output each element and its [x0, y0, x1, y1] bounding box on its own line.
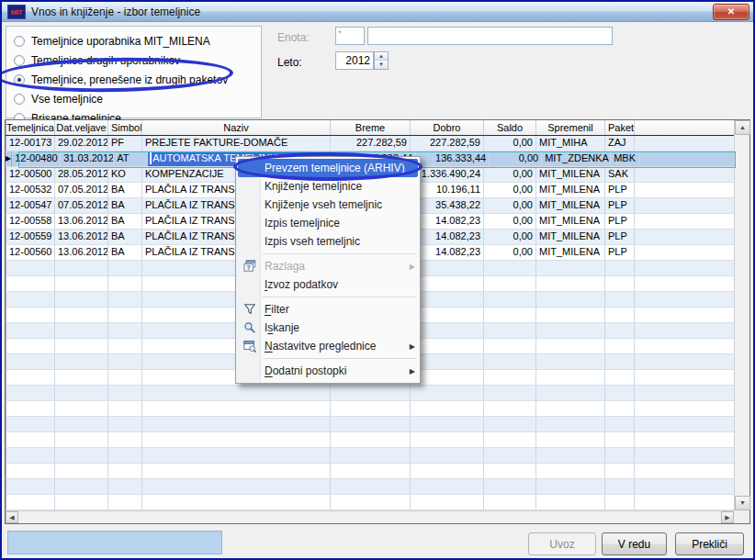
cell-simbol[interactable]: BA [108, 230, 142, 245]
cell-temeljnica[interactable]: 12-00560 [6, 245, 55, 261]
column-header-dobro[interactable]: Dobro [411, 120, 484, 135]
filter-radio-2[interactable]: Temeljnice, prenešene iz drugih paketov [6, 70, 261, 89]
menu-item-filter[interactable]: Filter [236, 300, 420, 319]
cell-naziv[interactable]: PREJETE FAKTURE-DOMAČE [142, 136, 331, 151]
cell-dobro[interactable]: 10.196,11 [411, 183, 484, 198]
cell-simbol [108, 479, 142, 495]
cell-datum[interactable]: 29.02.2012 [55, 136, 108, 151]
filter-radio-3[interactable]: Vse temeljnice [6, 89, 261, 108]
scroll-up-icon[interactable]: ▲ [735, 120, 750, 135]
column-header-breme[interactable]: Breme [331, 120, 411, 135]
cell-datum[interactable]: 13.06.2012 [55, 230, 108, 245]
cell-dobro[interactable]: 1.336.490,24 [411, 167, 484, 183]
leto-input[interactable]: 2012 [335, 51, 374, 70]
menu-item-knji-enje-vseh-temeljnic[interactable]: Knjiženje vseh temeljnic [236, 196, 420, 214]
cell-spremenil[interactable]: MIT_MILENA [536, 167, 605, 183]
cell-dobro [411, 495, 484, 510]
cell-paket[interactable]: PLP [605, 198, 635, 214]
menu-item-iskanje[interactable]: Iskanje [236, 319, 420, 337]
cell-temeljnica[interactable]: 12-00547 [6, 198, 55, 214]
filter-radio-0[interactable]: Temeljnice uporabnika MIT_MILENA [6, 31, 261, 50]
cell-paket[interactable]: MBK [611, 151, 640, 167]
cell-paket[interactable]: ZAJ [605, 136, 635, 151]
cell-datum[interactable]: 28.05.2012 [55, 167, 108, 183]
filter-icon [238, 303, 261, 316]
spinner-up-icon[interactable]: ▲ [375, 52, 388, 61]
cell-simbol[interactable]: AT [114, 151, 148, 167]
menu-item-prevzem-temeljnice-arhiv[interactable]: Prevzem temeljnice (ARHIV) [238, 159, 418, 177]
column-header-datum[interactable]: Dat.veljave [55, 120, 108, 135]
cell-saldo[interactable]: 0,00 [484, 167, 536, 183]
column-header-temeljnica[interactable]: Temeljnica [6, 120, 55, 135]
cell-paket[interactable]: PLP [605, 230, 635, 245]
cell-saldo[interactable]: 0,00 [484, 245, 536, 261]
cell-paket[interactable]: PLP [605, 245, 635, 261]
scroll-left-icon[interactable]: ◀ [6, 511, 18, 523]
cell-dobro[interactable]: 14.082,23 [411, 214, 484, 230]
cell-dobro[interactable]: 136.333,44 [416, 151, 490, 167]
cell-simbol[interactable]: BA [108, 183, 142, 198]
cell-filler [635, 370, 734, 386]
cell-spremenil[interactable]: MIT_MILENA [536, 230, 605, 245]
cell-saldo[interactable]: 0,00 [484, 230, 536, 245]
filter-radio-1[interactable]: Temeljnice drugih uporabnikov [6, 50, 261, 70]
cell-datum[interactable]: 07.05.2012 [55, 198, 108, 214]
cell-breme[interactable]: 227.282,59 [331, 136, 411, 151]
menu-item-izvoz-podatkov[interactable]: Izvoz podatkov [236, 275, 420, 294]
cell-datum[interactable]: 31.03.2012 [61, 151, 114, 167]
cell-dobro[interactable]: 14.082,23 [411, 230, 484, 245]
cell-datum[interactable]: 13.06.2012 [55, 245, 108, 261]
cell-simbol[interactable]: KO [108, 167, 142, 183]
menu-item-dodatni-postopki[interactable]: Dodatni postopki▶ [236, 362, 420, 380]
cell-simbol[interactable]: PF [108, 136, 142, 151]
cell-paket[interactable]: PLP [605, 214, 635, 230]
table-row[interactable]: 12-0017329.02.2012PFPREJETE FAKTURE-DOMA… [6, 136, 734, 151]
cell-temeljnica[interactable]: 12-00532 [6, 183, 55, 198]
scroll-down-icon[interactable]: ▼ [735, 496, 750, 510]
cell-simbol[interactable]: BA [108, 198, 142, 214]
menu-item-nastavitve-preglednice[interactable]: Nastavitve preglednice▶ [236, 337, 420, 355]
vertical-scrollbar[interactable]: ▲ ▼ [734, 120, 749, 510]
cell-saldo[interactable]: 0,00 [484, 183, 536, 198]
cell-dobro[interactable]: 227.282,59 [411, 136, 484, 151]
cell-spremenil[interactable]: MIT_MILENA [536, 183, 605, 198]
cell-dobro[interactable]: 14.082,23 [411, 245, 484, 261]
preklici-button[interactable]: Prekliči [675, 532, 744, 555]
v-redu-button[interactable]: V redu [602, 532, 667, 555]
menu-item-izpis-temeljnice[interactable]: Izpis temeljnice [236, 214, 420, 232]
column-header-saldo[interactable]: Saldo [484, 120, 536, 135]
scroll-right-icon[interactable]: ▶ [721, 511, 734, 523]
cell-saldo[interactable]: 0,00 [484, 214, 536, 230]
cell-spremenil[interactable]: MIT_MILENA [536, 198, 605, 214]
cell-saldo[interactable]: 0,00 [484, 136, 536, 151]
cell-spremenil[interactable]: MIT_MILENA [536, 245, 605, 261]
cell-spremenil[interactable]: MIT_MIHA [536, 136, 605, 151]
cell-spremenil[interactable]: MIT_MILENA [536, 214, 605, 230]
cell-temeljnica[interactable]: 12-00559 [6, 230, 55, 245]
cell-paket[interactable]: SAK [605, 167, 635, 183]
cell-paket[interactable]: PLP [605, 183, 635, 198]
close-button[interactable]: ✕ [713, 4, 749, 20]
cell-simbol[interactable]: BA [108, 214, 142, 230]
column-header-naziv[interactable]: Naziv [142, 120, 331, 135]
cell-temeljnica[interactable]: 12-00480 [12, 151, 61, 167]
cell-temeljnica[interactable]: 12-00500 [6, 167, 55, 183]
cell-datum[interactable]: 07.05.2012 [55, 183, 108, 198]
spinner-down-icon[interactable]: ▼ [375, 61, 388, 69]
horizontal-scrollbar[interactable]: ◀ ▶ [6, 510, 734, 523]
menu-item-izpis-vseh-temeljnic[interactable]: Izpis vseh temeljnic [236, 232, 420, 251]
menu-item-knji-enje-temeljnice[interactable]: Knjiženje temeljnice [236, 177, 420, 196]
column-header-spremenil[interactable]: Spremenil [536, 120, 605, 135]
cell-spremenil[interactable]: MIT_ZDENKA [542, 151, 611, 167]
column-header-paket[interactable]: Paket [605, 120, 635, 135]
cell-saldo[interactable]: 0,00 [490, 151, 542, 167]
cell-temeljnica[interactable]: 12-00173 [6, 136, 55, 151]
cell-dobro[interactable]: 35.438,22 [411, 198, 484, 214]
cell-datum [55, 276, 108, 292]
cell-simbol[interactable]: BA [108, 245, 142, 261]
cell-saldo[interactable]: 0,00 [484, 198, 536, 214]
row-selector-marker[interactable]: ▶ [6, 151, 12, 167]
column-header-simbol[interactable]: Simbol [108, 120, 142, 135]
cell-temeljnica[interactable]: 12-00558 [6, 214, 55, 230]
cell-datum[interactable]: 13.06.2012 [55, 214, 108, 230]
